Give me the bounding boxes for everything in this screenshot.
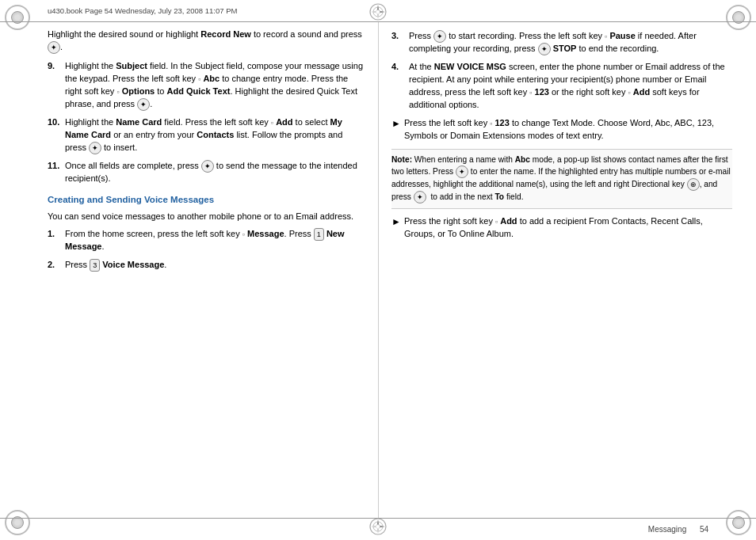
right-soft-key-options-icon: ▫ [116, 87, 119, 97]
key-3-icon: 3 [90, 259, 100, 272]
header-text: u430.book Page 54 Wednesday, July 23, 20… [48, 6, 237, 15]
right-list-item-4: 4. At the NEW VOICE MSG screen, enter th… [391, 61, 732, 112]
sub-list-item-1: 1. From the home screen, press the left … [48, 228, 365, 253]
numbered-list: 9. Highlight the Subject field. In the S… [48, 60, 365, 185]
list-content-10: Highlight the Name Card field. Press the… [65, 116, 365, 154]
ok-key-icon: ✦ [48, 41, 60, 54]
section-intro-voice: You can send voice messages to another m… [48, 211, 365, 223]
right-list-item-3: 3. Press ✦ to start recording. Press the… [391, 30, 732, 55]
left-soft-key-add-icon: ▫ [271, 118, 273, 128]
footer-bar: Messaging 54 [0, 518, 756, 540]
bullet-item-textmode: ► Press the left soft key ▫ 123 to chang… [391, 117, 732, 143]
key-1-icon: 1 [314, 228, 324, 241]
list-num-10: 10. [48, 116, 65, 154]
bullet-item-add-recipient: ► Press the right soft key ▫ Add to add … [391, 215, 732, 241]
footer-page-number: 54 [700, 525, 708, 534]
bullet-content-1: Press the left soft key ▫ 123 to change … [404, 117, 732, 143]
intro-paragraph: Highlight the desired sound or highlight… [48, 29, 365, 54]
section-heading-voice: Creating and Sending Voice Messages [48, 193, 365, 207]
right-list-num-4: 4. [391, 61, 409, 112]
ok-key-note-icon: ✦ [456, 165, 468, 178]
right-column: 3. Press ✦ to start recording. Press the… [378, 22, 756, 518]
list-content-11: Once all fields are complete, press ✦ to… [65, 160, 365, 185]
page-container: u430.book Page 54 Wednesday, July 23, 20… [0, 0, 756, 540]
right-list-num-3: 3. [391, 30, 409, 55]
left-soft-key-123b-icon: ▫ [490, 119, 492, 129]
left-soft-key-abc-icon: ▫ [198, 74, 200, 85]
sub-list-num-2: 2. [48, 259, 65, 272]
left-column: Highlight the desired sound or highlight… [0, 22, 378, 518]
ok-key-2-icon: ✦ [137, 98, 150, 111]
ok-key-3-icon: ✦ [89, 142, 101, 154]
list-content-9: Highlight the Subject field. In the Subj… [65, 60, 365, 111]
record-key-icon: ✦ [433, 30, 446, 43]
right-numbered-list: 3. Press ✦ to start recording. Press the… [391, 30, 732, 112]
header-bar: u430.book Page 54 Wednesday, July 23, 20… [0, 0, 756, 22]
list-num-11: 11. [48, 160, 65, 185]
sub-list-item-2: 2. Press 3 Voice Message. [48, 259, 365, 272]
right-soft-key-add2-icon: ▫ [495, 217, 498, 227]
sub-list-content-2: Press 3 Voice Message. [65, 259, 365, 272]
bullet-arrow-2: ► [391, 215, 403, 241]
list-num-9: 9. [48, 60, 65, 111]
sub-list-num-1: 1. [48, 228, 65, 253]
stop-key-icon: ✦ [538, 43, 551, 55]
footer-section-label: Messaging [648, 525, 686, 534]
left-soft-key-message-icon: ▫ [242, 230, 245, 240]
bullet-content-2: Press the right soft key ▫ Add to add a … [404, 215, 732, 241]
list-item-11: 11. Once all fields are complete, press … [48, 160, 365, 185]
list-item-10: 10. Highlight the Name Card field. Press… [48, 116, 365, 154]
content-wrapper: Highlight the desired sound or highlight… [0, 22, 756, 518]
ok-key-4-icon: ✦ [201, 160, 214, 173]
right-list-content-3: Press ✦ to start recording. Press the le… [409, 30, 732, 55]
sub-list-content-1: From the home screen, press the left sof… [65, 228, 365, 253]
pause-soft-key-icon: ▫ [605, 32, 607, 42]
right-soft-key-add-icon: ▫ [628, 88, 631, 98]
list-item-9: 9. Highlight the Subject field. In the S… [48, 60, 365, 111]
note-box: Note: When entering a name with Abc mode… [391, 149, 732, 209]
right-list-content-4: At the NEW VOICE MSG screen, enter the p… [409, 61, 732, 112]
left-soft-key-123-icon: ▫ [529, 88, 532, 98]
ok-key-note2-icon: ✦ [414, 191, 426, 203]
directional-key-icon: ⊕ [687, 178, 700, 191]
sub-numbered-list: 1. From the home screen, press the left … [48, 228, 365, 272]
bullet-arrow-1: ► [391, 117, 403, 143]
